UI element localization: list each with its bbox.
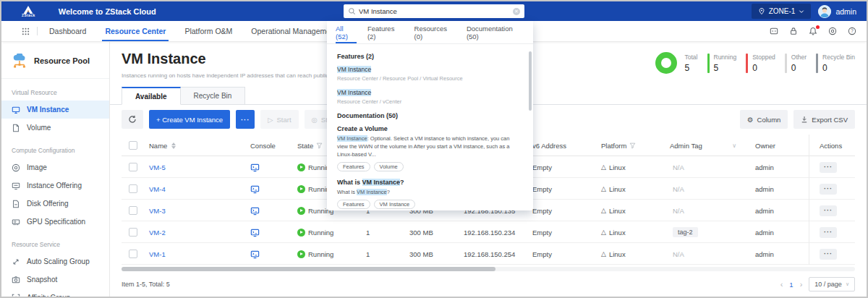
disk-offering-icon xyxy=(12,200,20,208)
support-icon[interactable] xyxy=(828,27,837,35)
export-csv-button[interactable]: Export CSV xyxy=(793,110,855,129)
stat-value: 0 xyxy=(791,63,807,73)
console-icon[interactable] xyxy=(250,250,260,259)
sort-icon[interactable] xyxy=(171,142,176,149)
page-size-select[interactable]: 10 / page ∨ xyxy=(809,277,855,291)
sidebar-item-instance-offering[interactable]: Instance Offering xyxy=(1,176,109,195)
start-button[interactable]: ▷ Start xyxy=(260,110,298,129)
filter-icon[interactable] xyxy=(629,142,636,149)
owner-cell: admin xyxy=(744,207,809,215)
running-state-icon xyxy=(297,250,305,258)
global-search[interactable]: ✕ xyxy=(344,4,524,18)
state-donut-chart xyxy=(655,52,677,74)
row-checkbox[interactable] xyxy=(129,250,137,258)
row-actions-button[interactable]: ··· xyxy=(820,249,837,260)
console-proxy-icon[interactable] xyxy=(770,27,778,35)
create-vm-instance-button[interactable]: + Create VM Instance xyxy=(149,110,230,129)
dropdown-scrollbar[interactable] xyxy=(529,51,532,111)
column-header-admin-tag[interactable]: Admin Tag ∨ xyxy=(664,142,744,150)
sidebar-item-image[interactable]: Image xyxy=(1,158,109,176)
tab-available[interactable]: Available xyxy=(122,87,181,105)
linux-icon: △ xyxy=(601,207,606,214)
chevron-down-icon[interactable]: ∨ xyxy=(732,142,736,149)
row-actions-button[interactable]: ··· xyxy=(820,162,837,173)
features-section-header: Features (2) xyxy=(337,53,523,60)
column-button[interactable]: ⚙ Column xyxy=(740,110,788,129)
user-menu[interactable]: admin xyxy=(818,5,856,18)
search-tab-resources[interactable]: Resources (0) xyxy=(414,21,456,43)
nav-item-platform-om[interactable]: Platform O&M xyxy=(184,21,232,41)
sidebar-item-gpu-specification[interactable]: GPU Specification xyxy=(1,213,109,231)
horizontal-scrollbar[interactable] xyxy=(122,267,855,271)
page-number[interactable]: 1 xyxy=(789,281,793,289)
sidebar-item-snapshot[interactable]: Snapshot xyxy=(1,271,109,289)
row-actions-button[interactable]: ··· xyxy=(820,184,837,195)
items-summary: Item 1-5, Total: 5 xyxy=(122,281,170,288)
refresh-button[interactable] xyxy=(122,110,143,129)
prev-page-icon[interactable]: ‹ xyxy=(780,280,783,289)
snippet-highlight: VM Instance xyxy=(357,189,387,195)
volume-file-icon xyxy=(12,124,20,132)
column-header-name[interactable]: Name xyxy=(143,142,244,150)
filter-icon[interactable] xyxy=(316,142,323,149)
sidebar-item-vm-instance[interactable]: VM Instance xyxy=(1,101,109,119)
documentation-result[interactable]: Create a Volume VM Instance: Optional. S… xyxy=(337,125,523,171)
sidebar-item-affinity-group[interactable]: Affinity Group xyxy=(1,289,109,298)
vm-name-link[interactable]: VM-5 xyxy=(149,163,166,171)
search-tab-features[interactable]: Features (2) xyxy=(367,21,404,43)
more-actions-button[interactable]: ··· xyxy=(236,110,255,129)
snippet-highlight: VM Instance xyxy=(337,135,367,142)
nav-item-operational-management[interactable]: Operational Management xyxy=(251,21,337,41)
help-icon[interactable]: ? xyxy=(848,27,856,35)
platform-label: Linux xyxy=(609,250,626,258)
row-checkbox[interactable] xyxy=(129,206,137,215)
row-checkbox[interactable] xyxy=(129,228,137,237)
zstack-logo-text: ZStack xyxy=(22,13,35,17)
admin-tag-cell: N/A xyxy=(673,207,684,215)
vm-name-link[interactable]: VM-1 xyxy=(149,250,166,258)
console-icon[interactable] xyxy=(250,184,260,194)
search-input[interactable] xyxy=(359,7,513,15)
sidebar-item-volume[interactable]: Volume xyxy=(1,119,109,137)
select-all-checkbox[interactable] xyxy=(129,141,137,150)
sidebar-item-label: Auto Scaling Group xyxy=(27,257,90,265)
doc-snippet: VM Instance: Optional. Select a VM insta… xyxy=(337,135,519,159)
column-header-platform[interactable]: Platform xyxy=(595,142,664,150)
clear-search-icon[interactable]: ✕ xyxy=(513,8,520,15)
console-icon[interactable] xyxy=(250,163,260,172)
row-checkbox[interactable] xyxy=(129,163,137,171)
nav-item-dashboard[interactable]: Dashboard xyxy=(49,21,86,41)
vm-name-link[interactable]: VM-3 xyxy=(149,207,166,215)
row-actions-button[interactable]: ··· xyxy=(820,227,837,238)
zone-selector[interactable]: ZONE-1 xyxy=(752,4,812,19)
nav-item-resource-center[interactable]: Resource Center xyxy=(105,21,166,41)
sidebar-item-label: VM Instance xyxy=(27,106,69,114)
search-tab-documentation[interactable]: Documentation (50) xyxy=(467,21,524,43)
feature-result[interactable]: VM Instance Resource Center / Resource P… xyxy=(337,66,523,82)
row-checkbox[interactable] xyxy=(129,184,137,193)
tab-recycle-bin[interactable]: Recycle Bin xyxy=(181,87,246,105)
documentation-result[interactable]: What is VM Instance? What is VM Instance… xyxy=(337,179,523,209)
tag-pill: Volume xyxy=(374,162,404,171)
feature-result[interactable]: VM Instance Resource Center / vCenter xyxy=(337,89,523,105)
console-icon[interactable] xyxy=(250,206,260,216)
search-tab-all[interactable]: All (52) xyxy=(336,21,357,43)
row-actions-button[interactable]: ··· xyxy=(820,205,837,216)
sidebar-section-virtual-resource: Virtual Resource xyxy=(1,79,109,101)
platform-label: Linux xyxy=(609,229,626,237)
memory-cell: 300 MB xyxy=(404,229,458,237)
console-icon[interactable] xyxy=(250,228,260,237)
zstack-logo[interactable]: ZStack xyxy=(22,6,35,17)
result-breadcrumb: Resource Center / Resource Pool / Virtua… xyxy=(337,75,523,82)
vm-name-link[interactable]: VM-2 xyxy=(149,229,166,237)
lock-icon[interactable] xyxy=(789,27,798,35)
app-window: ZStack Welcome to ZStack Cloud ✕ ZONE-1 … xyxy=(0,0,868,298)
auto-scaling-icon xyxy=(12,257,20,266)
apps-grid-icon[interactable] xyxy=(22,27,30,35)
sidebar-item-disk-offering[interactable]: Disk Offering xyxy=(1,195,109,213)
next-page-icon[interactable]: › xyxy=(800,280,803,289)
notifications-bell-icon[interactable] xyxy=(809,27,817,35)
vm-name-link[interactable]: VM-4 xyxy=(149,185,166,193)
scrollbar-thumb[interactable] xyxy=(122,267,495,271)
sidebar-item-auto-scaling-group[interactable]: Auto Scaling Group xyxy=(1,252,109,271)
